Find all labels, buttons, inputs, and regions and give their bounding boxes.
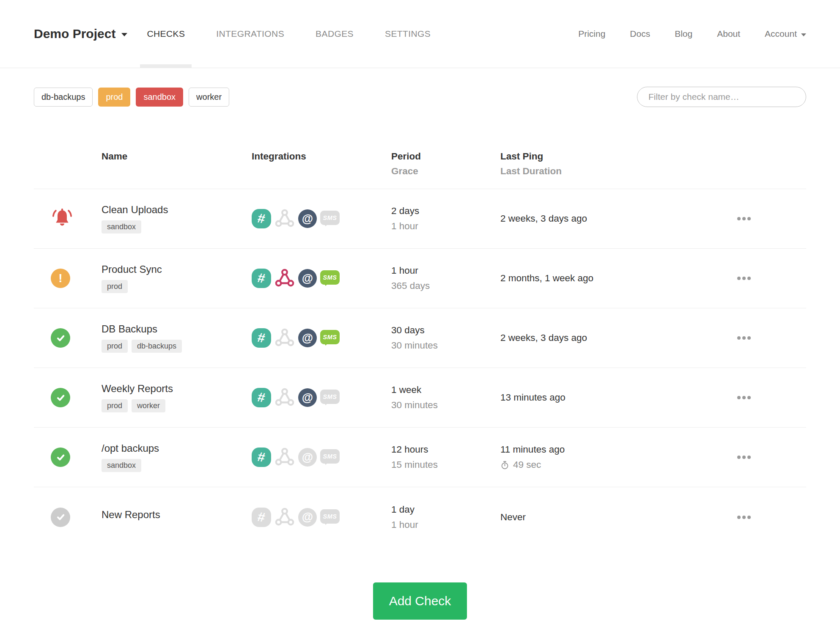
ellipsis-icon: [737, 217, 741, 220]
webhook-icon: [275, 209, 295, 229]
tag-filter-prod[interactable]: prod: [98, 88, 130, 107]
project-switcher[interactable]: Demo Project: [34, 27, 127, 41]
tag-filter-group: db-backupsprodsandboxworker: [34, 88, 229, 107]
last-ping-value: 2 weeks, 3 days ago: [500, 213, 725, 224]
row-overflow-menu-button[interactable]: [736, 214, 752, 224]
row-overflow-menu-button[interactable]: [736, 333, 752, 343]
check-name-link[interactable]: Weekly Reports: [102, 383, 173, 395]
last-ping-cell: 11 minutes ago 49 sec: [500, 444, 725, 470]
check-name-link[interactable]: Clean Uploads: [102, 204, 168, 216]
tab-settings[interactable]: SETTINGS: [385, 0, 431, 68]
check-name-link[interactable]: /opt backups: [102, 442, 159, 454]
row-overflow-menu-button[interactable]: [736, 393, 752, 403]
email-icon: @: [298, 508, 317, 527]
grace-value: 1 hour: [391, 221, 500, 232]
status-grace-exclamation-icon: !: [51, 269, 70, 288]
sms-icon: SMS: [320, 449, 340, 464]
check-name-filter-input[interactable]: [637, 87, 806, 107]
status-cell: [34, 448, 102, 467]
last-ping-cell: 2 weeks, 3 days ago: [500, 332, 725, 343]
account-label: Account: [765, 29, 797, 39]
grace-value: 1 hour: [391, 519, 500, 530]
checks-table: Name Integrations Period Grace Last Ping…: [0, 151, 840, 547]
sms-icon: SMS: [320, 390, 340, 404]
column-integrations: Integrations: [252, 151, 391, 177]
last-duration-value: 49 sec: [513, 459, 541, 470]
status-new-check-icon: [51, 508, 70, 527]
period-cell: 1 week 30 minutes: [391, 384, 500, 411]
integrations-cell: # @ SMS: [252, 447, 391, 467]
integrations-cell: # @ SMS: [252, 387, 391, 408]
nav-link-docs[interactable]: Docs: [630, 29, 650, 39]
account-menu[interactable]: Account: [765, 29, 806, 39]
period-cell: 1 day 1 hour: [391, 504, 500, 530]
check-tag-chip: prod: [102, 280, 128, 293]
last-ping-value: Never: [500, 512, 725, 523]
menu-cell: [725, 214, 806, 224]
slack-icon: #: [252, 269, 271, 288]
grace-value: 30 minutes: [391, 340, 500, 351]
webhook-icon: [275, 507, 295, 527]
period-cell: 2 days 1 hour: [391, 206, 500, 232]
period-cell: 12 hours 15 minutes: [391, 444, 500, 470]
menu-cell: [725, 393, 806, 403]
period-value: 1 week: [391, 384, 500, 395]
column-name: Name: [102, 151, 252, 177]
slack-icon: #: [252, 388, 271, 407]
grace-value: 30 minutes: [391, 400, 500, 411]
name-cell: Product Sync prod: [102, 264, 252, 293]
status-cell: !: [34, 269, 102, 288]
check-tag-chip: prod: [102, 399, 128, 412]
add-check-button[interactable]: Add Check: [373, 582, 467, 620]
grace-value: 365 days: [391, 280, 500, 291]
column-lastping-duration: Last Ping Last Duration: [500, 151, 725, 177]
check-tags: prod: [102, 280, 252, 293]
last-ping-value: 2 weeks, 3 days ago: [500, 332, 725, 343]
tag-filter-db-backups[interactable]: db-backups: [34, 88, 93, 107]
row-overflow-menu-button[interactable]: [736, 452, 752, 462]
period-cell: 30 days 30 minutes: [391, 325, 500, 351]
nav-tab-label: CHECKS: [147, 29, 185, 39]
period-cell: 1 hour 365 days: [391, 265, 500, 291]
sms-icon: SMS: [320, 211, 340, 225]
check-tag-chip: db-backups: [132, 340, 182, 353]
menu-cell: [725, 512, 806, 522]
tag-filter-worker[interactable]: worker: [189, 88, 229, 107]
status-cell: [34, 508, 102, 527]
nav-tab-label: INTEGRATIONS: [216, 29, 284, 39]
tab-checks[interactable]: CHECKS: [147, 0, 185, 68]
slack-icon: #: [252, 508, 271, 527]
email-icon: @: [298, 329, 317, 347]
period-value: 1 hour: [391, 265, 500, 276]
check-tags: proddb-backups: [102, 340, 252, 353]
check-tag-chip: sandbox: [102, 459, 141, 472]
nav-link-blog[interactable]: Blog: [675, 29, 692, 39]
project-tabs: CHECKS INTEGRATIONS BADGES SETTINGS: [147, 0, 431, 68]
sms-icon: SMS: [320, 509, 340, 524]
ellipsis-icon: [737, 516, 741, 519]
status-up-check-icon: [51, 328, 70, 348]
webhook-icon: [275, 387, 295, 408]
nav-link-about[interactable]: About: [717, 29, 740, 39]
status-up-check-icon: [51, 388, 70, 407]
search-box: [637, 87, 806, 107]
table-row: ! Product Sync prod # @ SMS 1 hour: [34, 249, 806, 308]
last-ping-cell: Never: [500, 512, 725, 523]
tab-integrations[interactable]: INTEGRATIONS: [216, 0, 284, 68]
check-name-link[interactable]: Product Sync: [102, 264, 162, 275]
ellipsis-icon: [737, 456, 741, 459]
slack-icon: #: [252, 209, 271, 228]
email-icon: @: [298, 209, 317, 228]
table-body: Clean Uploads sandbox # @ SMS 2 days 1 h…: [34, 189, 806, 547]
row-overflow-menu-button[interactable]: [736, 512, 752, 522]
last-ping-value: 13 minutes ago: [500, 392, 725, 403]
row-overflow-menu-button[interactable]: [736, 273, 752, 283]
tag-filter-sandbox[interactable]: sandbox: [136, 88, 183, 107]
nav-link-pricing[interactable]: Pricing: [578, 29, 605, 39]
table-row: Weekly Reports prodworker # @ SMS 1 week…: [34, 368, 806, 428]
tab-badges[interactable]: BADGES: [316, 0, 354, 68]
check-name-link[interactable]: New Reports: [102, 509, 160, 521]
integrations-cell: # @ SMS: [252, 328, 391, 348]
email-icon: @: [298, 388, 317, 407]
check-name-link[interactable]: DB Backups: [102, 323, 157, 335]
